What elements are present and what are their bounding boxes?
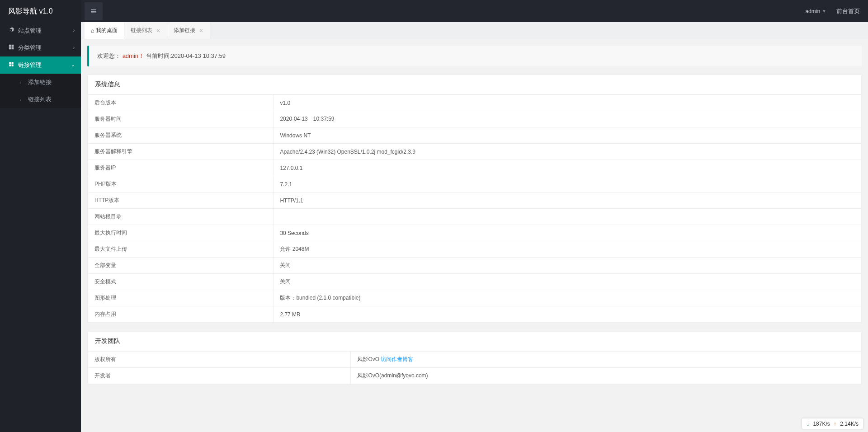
info-key: HTTP版本 bbox=[88, 193, 274, 209]
author-blog-link[interactable]: 访问作者博客 bbox=[381, 356, 413, 362]
chevron-right-icon: › bbox=[20, 91, 25, 108]
info-value: v1.0 bbox=[274, 95, 861, 111]
info-key: 服务器解释引擎 bbox=[88, 144, 274, 160]
table-row: 服务器系统Windows NT bbox=[88, 127, 861, 144]
user-menu[interactable]: admin ▼ bbox=[805, 8, 826, 14]
info-value: 允许 2048M bbox=[274, 241, 861, 258]
upload-speed: 2.14K/s bbox=[840, 421, 859, 427]
info-value: Apache/2.4.23 (Win32) OpenSSL/1.0.2j mod… bbox=[274, 144, 861, 160]
info-key: 开发者 bbox=[88, 368, 351, 384]
info-key: 服务器系统 bbox=[88, 127, 274, 144]
sidebar-item-0[interactable]: 站点管理› bbox=[0, 22, 81, 39]
welcome-banner: 欢迎您： admin！ 当前时间:2020-04-13 10:37:59 bbox=[87, 46, 862, 66]
tab-label: 添加链接 bbox=[174, 27, 195, 34]
table-row: 最大执行时间30 Seconds bbox=[88, 225, 861, 241]
info-key: PHP版本 bbox=[88, 176, 274, 193]
grid-icon bbox=[8, 40, 15, 57]
info-key: 最大文件上传 bbox=[88, 241, 274, 258]
chevron-right-icon: › bbox=[20, 74, 25, 91]
info-value: 30 Seconds bbox=[274, 225, 861, 241]
tab-2[interactable]: 添加链接✕ bbox=[167, 22, 210, 39]
info-key: 最大执行时间 bbox=[88, 225, 274, 241]
table-row: 全部变量关闭 bbox=[88, 258, 861, 274]
sidebar-subitem-label: 链接列表 bbox=[28, 96, 52, 103]
tab-label: 链接列表 bbox=[131, 27, 152, 34]
table-row: 版权所有风影OvO 访问作者博客 bbox=[88, 352, 861, 368]
info-value: 版本：bundled (2.1.0 compatible) bbox=[274, 290, 861, 306]
caret-down-icon: ▼ bbox=[822, 9, 826, 14]
table-row: 后台版本v1.0 bbox=[88, 95, 861, 111]
table-row: 最大文件上传允许 2048M bbox=[88, 241, 861, 258]
table-row: 服务器时间2020-04-13 10:37:59 bbox=[88, 111, 861, 127]
table-row: HTTP版本HTTP/1.1 bbox=[88, 193, 861, 209]
welcome-user: admin！ bbox=[123, 52, 144, 59]
info-key: 后台版本 bbox=[88, 95, 274, 111]
chevron-down-icon: ⌄ bbox=[71, 56, 75, 74]
close-icon[interactable]: ✕ bbox=[199, 28, 203, 34]
sidebar-subitem-label: 添加链接 bbox=[28, 79, 52, 85]
content-area[interactable]: 欢迎您： admin！ 当前时间:2020-04-13 10:37:59 系统信… bbox=[81, 39, 868, 432]
welcome-prefix: 欢迎您： bbox=[97, 52, 121, 59]
hamburger-icon bbox=[90, 8, 97, 15]
chevron-right-icon: › bbox=[73, 22, 75, 39]
table-row: 安全模式关闭 bbox=[88, 274, 861, 290]
brand-title: 风影导航 v1.0 bbox=[0, 0, 81, 22]
sidebar-item-label: 站点管理 bbox=[18, 27, 42, 34]
info-key: 全部变量 bbox=[88, 258, 274, 274]
table-row: 服务器IP127.0.0.1 bbox=[88, 160, 861, 176]
close-icon[interactable]: ✕ bbox=[156, 28, 160, 34]
info-key: 内存占用 bbox=[88, 306, 274, 323]
table-row: 内存占用2.77 MB bbox=[88, 306, 861, 323]
info-value: 2.77 MB bbox=[274, 306, 861, 323]
info-value: 2020-04-13 10:37:59 bbox=[274, 111, 861, 127]
info-key: 服务器时间 bbox=[88, 111, 274, 127]
sidebar: 风影导航 v1.0 站点管理›分类管理›链接管理⌄›添加链接›链接列表 bbox=[0, 0, 81, 432]
download-arrow-icon: ↓ bbox=[807, 420, 810, 427]
info-key: 网站根目录 bbox=[88, 209, 274, 225]
info-key: 服务器IP bbox=[88, 160, 274, 176]
tab-1[interactable]: 链接列表✕ bbox=[124, 22, 167, 39]
gear-icon bbox=[8, 23, 15, 40]
devteam-title: 开发团队 bbox=[88, 332, 861, 351]
devteam-card: 开发团队 版权所有风影OvO 访问作者博客开发者风影OvO(admin@fyov… bbox=[87, 331, 862, 385]
devteam-table: 版权所有风影OvO 访问作者博客开发者风影OvO(admin@fyovo.com… bbox=[88, 351, 861, 384]
info-value: 关闭 bbox=[274, 258, 861, 274]
info-value: Windows NT bbox=[274, 127, 861, 144]
home-icon: ⌂ bbox=[91, 28, 94, 34]
sidebar-subitem-2-0[interactable]: ›添加链接 bbox=[0, 74, 81, 91]
sidebar-item-label: 分类管理 bbox=[18, 44, 42, 51]
sidebar-item-2[interactable]: 链接管理⌄ bbox=[0, 56, 81, 74]
welcome-time: 2020-04-13 10:37:59 bbox=[171, 52, 226, 59]
sysinfo-title: 系统信息 bbox=[88, 75, 861, 94]
sidebar-item-1[interactable]: 分类管理› bbox=[0, 39, 81, 56]
info-value: 7.2.1 bbox=[274, 176, 861, 193]
info-value: 127.0.0.1 bbox=[274, 160, 861, 176]
info-key: 版权所有 bbox=[88, 352, 351, 368]
table-row: 网站根目录 bbox=[88, 209, 861, 225]
table-row: 开发者风影OvO(admin@fyovo.com) bbox=[88, 368, 861, 384]
frontend-link[interactable]: 前台首页 bbox=[836, 7, 860, 15]
tab-bar: ⌂我的桌面链接列表✕添加链接✕ bbox=[81, 22, 868, 39]
network-badge: ↓ 187K/s ↑ 2.14K/s bbox=[802, 418, 863, 429]
tab-0[interactable]: ⌂我的桌面 bbox=[85, 22, 124, 39]
info-value: HTTP/1.1 bbox=[274, 193, 861, 209]
chevron-right-icon: › bbox=[73, 39, 75, 56]
info-value: 关闭 bbox=[274, 274, 861, 290]
table-row: PHP版本7.2.1 bbox=[88, 176, 861, 193]
welcome-time-label: 当前时间: bbox=[146, 52, 171, 59]
sidebar-item-label: 链接管理 bbox=[18, 61, 42, 68]
info-key: 图形处理 bbox=[88, 290, 274, 306]
upload-arrow-icon: ↑ bbox=[834, 420, 837, 427]
header: admin ▼ 前台首页 bbox=[81, 0, 868, 22]
sysinfo-table: 后台版本v1.0服务器时间2020-04-13 10:37:59服务器系统Win… bbox=[88, 94, 861, 323]
info-value: 风影OvO 访问作者博客 bbox=[351, 352, 861, 368]
table-row: 服务器解释引擎Apache/2.4.23 (Win32) OpenSSL/1.0… bbox=[88, 144, 861, 160]
sidebar-subitem-2-1[interactable]: ›链接列表 bbox=[0, 91, 81, 108]
sysinfo-card: 系统信息 后台版本v1.0服务器时间2020-04-13 10:37:59服务器… bbox=[87, 75, 862, 323]
tab-label: 我的桌面 bbox=[96, 27, 118, 34]
info-key: 安全模式 bbox=[88, 274, 274, 290]
user-name: admin bbox=[805, 8, 820, 14]
table-row: 图形处理版本：bundled (2.1.0 compatible) bbox=[88, 290, 861, 306]
menu-toggle-button[interactable] bbox=[85, 2, 103, 20]
download-speed: 187K/s bbox=[813, 421, 830, 427]
